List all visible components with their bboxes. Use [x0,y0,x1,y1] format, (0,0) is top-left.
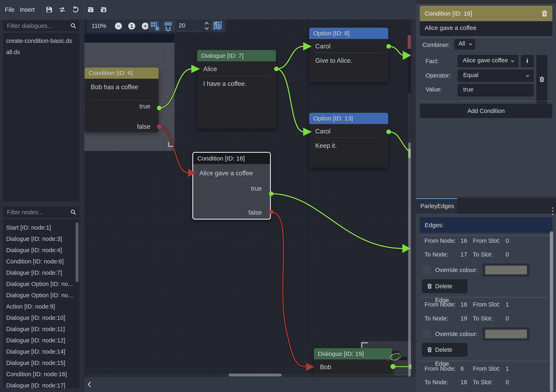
canvas-hscroll-thumb[interactable] [229,374,282,376]
save-icon[interactable] [46,6,53,13]
node-list-item[interactable]: Dialogue [ID: node:11] [3,323,79,335]
undo-icon[interactable] [72,6,79,13]
from-node-label: From Node: [425,236,456,245]
dock-divider [416,197,556,198]
combiner-dropdown[interactable]: All [454,39,475,50]
override-colour-checkbox[interactable] [423,330,430,338]
to-node-value: 17 [461,250,467,259]
from-node-value: 6 [461,364,464,373]
operator-dropdown[interactable]: Equal [457,70,534,82]
filter-dialogues-input[interactable] [7,20,70,31]
delete-edge-button[interactable]: Delete Edge [422,343,468,357]
dock-menu-icon[interactable] [551,206,554,217]
override-colour-checkbox[interactable] [423,266,430,274]
from-slot-value: 1 [506,364,509,373]
new-test-icon[interactable] [100,6,107,13]
value-label: Value: [425,85,442,94]
node-list-item[interactable]: Dialogue Option [ID: no... [3,278,79,290]
grid-snap-toggle-button[interactable] [162,20,175,31]
output-ports[interactable] [157,44,395,369]
menu-separator [42,4,43,16]
delete-node-icon[interactable] [541,10,548,17]
edges-scrollbar[interactable] [550,231,553,392]
node-list-item[interactable]: Action [ID: node:9] [3,301,79,312]
dialogue-file-item[interactable]: create-condition-basic.ds [3,35,79,47]
edge-16-19 [271,212,307,367]
import-export-icon[interactable] [59,6,66,13]
override-colour-label: Override colour: [435,329,477,339]
node-list-item[interactable]: Dialogue Option [ID: no... [3,290,79,301]
node-list-item[interactable]: Dialogue [ID: node:12] [3,335,79,346]
collapse-sidebar-icon[interactable] [86,380,94,389]
graph-canvas[interactable]: Condition [ID: 6] Bob has a coffee true … [85,19,411,377]
trash-icon [426,283,433,289]
canvas-vscroll-thumb[interactable] [408,142,411,377]
tab-parley-edges[interactable]: ParleyEdges [416,198,457,214]
node-list-item[interactable]: Start [ID: node:1] [3,222,79,233]
colour-picker-button[interactable] [482,327,530,341]
combiner-label: Combiner: [422,40,450,50]
node-list-item[interactable]: Dialogue [ID: node:15] [3,357,79,369]
edit-fact-button[interactable] [521,55,534,67]
test-dialogue-icon[interactable] [87,6,94,13]
delete-edge-button[interactable]: Delete Edge [422,279,468,293]
spinbox-arrows[interactable] [204,21,210,31]
menu-separator [84,4,85,16]
condition-name-input[interactable]: Alice gave a coffee [420,21,552,36]
to-slot-value: 0 [506,314,509,323]
trash-icon [539,75,545,83]
edge-7-8 [276,46,304,69]
to-slot-label: To Slot: [473,250,493,259]
from-slot-label: From Slot: [473,300,500,309]
menu-insert[interactable]: Insert [19,0,36,19]
nodes-list-scrollbar[interactable] [76,222,78,282]
pencil-icon [525,58,530,64]
search-icon [70,209,77,215]
node-list-item[interactable]: Condition [ID: node:16] [3,369,79,380]
snap-distance-input[interactable]: 20 [176,19,202,31]
zoom-out-button[interactable]: − [115,23,122,30]
node-list-item[interactable]: Condition [ID: node:6] [3,256,79,267]
colour-swatch [485,266,527,274]
dialogue-file-item[interactable]: all.ds [3,47,79,58]
node-list-item[interactable]: Dialogue [ID: node:4] [3,245,79,256]
to-slot-value: 0 [506,250,509,259]
zoom-in-button[interactable]: + [142,23,149,30]
separator [418,101,553,101]
separator [418,38,553,38]
from-slot-value: 1 [506,300,509,309]
bottom-bar [85,377,416,392]
to-node-label: To Node: [425,377,448,387]
minimap-toggle-button[interactable] [211,20,224,31]
zoom-level: 110% [92,19,106,32]
zoom-reset-button[interactable]: 1 [128,23,135,30]
colour-swatch [485,330,527,338]
delete-condition-row-button[interactable] [536,55,547,103]
menu-bar: File Insert [0,0,416,19]
delete-edge-label: Delete Edge [435,343,468,357]
node-list-item[interactable]: Dialogue [ID: node:3] [3,233,79,245]
from-node-label: From Node: [425,300,456,309]
to-node-value: 19 [461,314,467,323]
green-edges[interactable] [159,46,409,249]
fact-dropdown[interactable]: Alice gave coffee [457,55,518,67]
delete-edge-label: Delete Edge [435,279,468,293]
input-arrows [188,42,411,371]
value-input[interactable]: true [457,84,534,96]
filter-nodes-input[interactable] [7,207,70,218]
node-list-item[interactable]: Dialogue [ID: node:17] [3,380,79,389]
to-slot-label: To Slot: [473,377,493,387]
snap-to-grid-button[interactable] [148,20,161,31]
to-slot-value: 0 [506,377,509,387]
search-icon [70,23,77,29]
to-slot-label: To Slot: [473,314,493,323]
menu-file[interactable]: File [4,0,16,19]
node-list-item[interactable]: Dialogue [ID: node:7] [3,267,79,278]
filter-dialogues-box [3,20,79,31]
node-list-item[interactable]: Dialogue [ID: node:10] [3,312,79,323]
inspector-header: Condition [ID: 16] [420,6,552,21]
add-condition-button[interactable]: Add Condition [420,104,552,118]
condition-name-text: Alice gave a coffee [420,21,552,31]
node-list-item[interactable]: Dialogue [ID: node:14] [3,346,79,357]
colour-picker-button[interactable] [482,263,530,277]
